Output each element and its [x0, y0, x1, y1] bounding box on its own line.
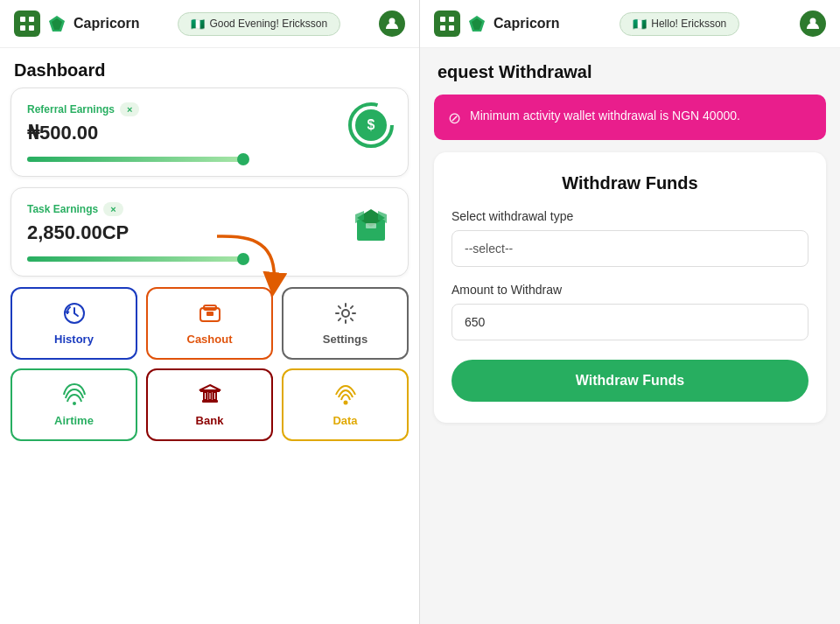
left-panel: Capricorn 🇳🇬 Good Evening! Ericksson Das… [0, 0, 420, 624]
user-avatar-right[interactable] [800, 11, 826, 37]
svg-point-19 [342, 310, 349, 317]
flag-icon-right: 🇳🇬 [633, 18, 647, 31]
grid-icon-right[interactable] [434, 11, 460, 37]
withdraw-card: Withdraw Funds Select withdrawal type --… [434, 152, 826, 423]
airtime-button[interactable]: Airtime [10, 368, 137, 441]
svg-rect-26 [214, 392, 216, 400]
greeting-text-left: Good Evening! Ericksson [209, 18, 327, 30]
task-card-icon [348, 202, 394, 251]
settings-label: Settings [323, 333, 368, 346]
warning-text: Minimum activity wallet withdrawal is NG… [470, 107, 740, 125]
cashout-icon [198, 301, 222, 326]
user-icon-right [806, 17, 820, 31]
bank-button[interactable]: Bank [146, 368, 273, 441]
logo-name: Capricorn [74, 16, 140, 32]
svg-rect-18 [206, 312, 214, 316]
svg-rect-25 [208, 392, 211, 400]
amount-input[interactable] [452, 304, 808, 340]
svg-rect-0 [20, 17, 25, 22]
page-title-left: Dashboard [0, 48, 419, 88]
box-icon-svg [348, 202, 394, 248]
referral-label: Referral Earnings × [27, 102, 392, 116]
select-withdrawal-label: Select withdrawal type [452, 209, 808, 223]
task-label: Task Earnings × [27, 202, 392, 216]
svg-text:$: $ [368, 117, 375, 132]
task-tag[interactable]: × [103, 202, 122, 216]
grid-icon-right-svg [439, 16, 455, 32]
svg-rect-31 [449, 25, 454, 31]
warning-banner: ⊘ Minimum activity wallet withdrawal is … [434, 95, 826, 140]
referral-amount: ₦500.00 [27, 122, 392, 144]
grid-icon[interactable] [14, 11, 40, 37]
referral-card-icon: $ [348, 102, 394, 151]
svg-point-20 [73, 402, 76, 405]
logo-diamond-icon-right [467, 14, 486, 33]
svg-rect-2 [20, 25, 25, 31]
logo-area-right: Capricorn [434, 11, 560, 37]
referral-progress [27, 157, 246, 162]
header-left: Capricorn 🇳🇬 Good Evening! Ericksson [0, 0, 419, 48]
history-icon [62, 301, 87, 326]
user-avatar-left[interactable] [379, 11, 405, 37]
withdrawal-type-select[interactable]: --select-- [452, 230, 808, 267]
svg-rect-24 [204, 392, 206, 400]
settings-button[interactable]: Settings [282, 287, 409, 360]
actions-grid: History Cashout [0, 277, 419, 452]
data-icon [333, 382, 358, 407]
warning-icon: ⊘ [448, 109, 461, 128]
grid-icon-svg [19, 16, 35, 32]
svg-rect-3 [29, 25, 34, 31]
referral-tag[interactable]: × [120, 102, 139, 116]
task-amount: 2,850.00CP [27, 221, 392, 244]
history-label: History [54, 333, 94, 346]
bank-label: Bank [196, 414, 224, 427]
data-label: Data [332, 414, 357, 427]
svg-rect-30 [440, 25, 445, 31]
airtime-icon [62, 382, 87, 407]
history-button[interactable]: History [10, 287, 137, 360]
greeting-text-right: Hello! Ericksson [651, 18, 726, 30]
withdraw-title: Withdraw Funds [452, 173, 808, 193]
cashout-button[interactable]: Cashout [146, 287, 273, 360]
settings-icon [333, 301, 358, 326]
dollar-circle-icon: $ [348, 102, 394, 148]
task-progress [27, 256, 246, 262]
svg-marker-21 [200, 385, 220, 390]
referral-card: Referral Earnings × ₦500.00 $ [10, 88, 409, 177]
svg-rect-28 [440, 17, 445, 22]
data-button[interactable]: Data [282, 368, 409, 441]
svg-point-27 [343, 401, 347, 405]
user-icon-left [385, 17, 399, 31]
logo-area: Capricorn [14, 11, 140, 37]
task-card: Task Earnings × 2,850.00CP [10, 187, 409, 277]
page-title-right: equest Withdrawal [420, 48, 840, 82]
cashout-label: Cashout [187, 333, 233, 346]
bank-icon [198, 382, 222, 407]
svg-rect-29 [449, 17, 454, 22]
right-panel: Capricorn 🇳🇬 Hello! Ericksson equest Wit… [420, 0, 840, 624]
flag-icon: 🇳🇬 [191, 18, 205, 31]
amount-label: Amount to Withdraw [452, 283, 808, 297]
airtime-label: Airtime [54, 414, 94, 427]
logo-diamond-icon [47, 14, 66, 33]
greeting-badge-left: 🇳🇬 Good Evening! Ericksson [178, 12, 340, 36]
greeting-badge-right: 🇳🇬 Hello! Ericksson [620, 12, 739, 36]
svg-rect-1 [29, 17, 34, 22]
header-right: Capricorn 🇳🇬 Hello! Ericksson [420, 0, 840, 48]
svg-rect-12 [366, 223, 376, 228]
logo-name-right: Capricorn [494, 16, 560, 32]
withdraw-funds-button[interactable]: Withdraw Funds [452, 360, 808, 402]
cards-area: Referral Earnings × ₦500.00 $ Task Earni… [0, 88, 419, 277]
